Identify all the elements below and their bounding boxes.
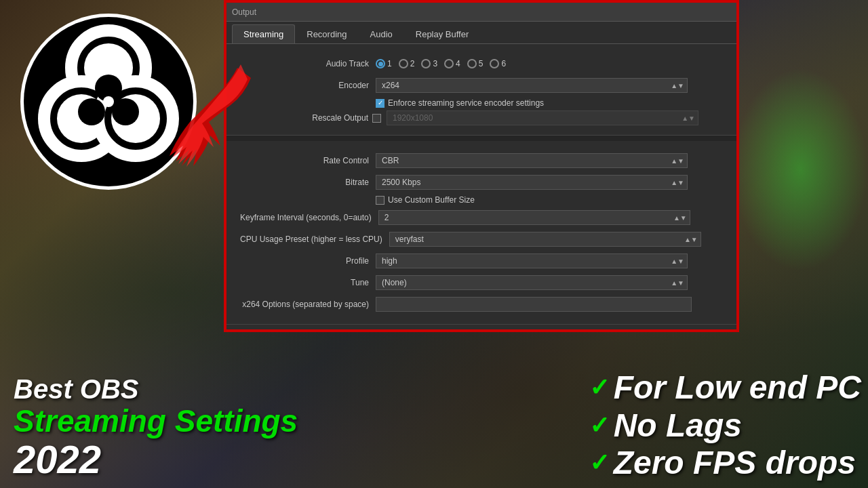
profile-arrow: ▲▼: [671, 258, 684, 265]
x264-options-input[interactable]: [376, 297, 692, 312]
right-text-1: For Low end PC: [614, 369, 861, 406]
tab-audio[interactable]: Audio: [359, 24, 404, 43]
main-title-line2: Streaming Settings: [14, 404, 298, 439]
radio-5-circle[interactable]: [467, 59, 477, 68]
checkmark-row-2: ✓ No Lags: [589, 407, 861, 444]
bitrate-arrow: ▲▼: [671, 179, 684, 186]
bitrate-row: Bitrate 2500 Kbps ▲▼: [240, 174, 723, 191]
audio-track-row: Audio Track 1 2 3: [240, 55, 723, 73]
tune-dropdown[interactable]: (None) ▲▼: [376, 275, 688, 290]
profile-wrapper: high ▲▼: [376, 253, 688, 268]
x264-options-label: x264 Options (separated by space): [240, 300, 376, 309]
keyframe-row: Keyframe Interval (seconds, 0=auto) 2 ▲▼: [240, 209, 723, 226]
radio-2-circle[interactable]: [399, 59, 408, 68]
radio-track-6[interactable]: 6: [490, 59, 506, 68]
profile-label: Profile: [240, 256, 376, 266]
rescale-output-checkbox[interactable]: [372, 114, 381, 123]
cpu-preset-wrapper: veryfast ▲▼: [389, 232, 701, 247]
obs-settings-window: Output Streaming Recording Audio Replay …: [224, 0, 739, 332]
x264-options-row: x264 Options (separated by space): [240, 296, 723, 313]
radio-3-circle[interactable]: [421, 59, 431, 68]
checkmark-1: ✓: [589, 373, 610, 401]
rescale-dropdown-arrow: ▲▼: [682, 115, 695, 122]
bitrate-dropdown[interactable]: 2500 Kbps ▲▼: [376, 175, 688, 190]
encoder-dropdown-arrow: ▲▼: [671, 82, 684, 89]
checkmark-3: ✓: [589, 449, 610, 476]
right-text-2: No Lags: [614, 407, 742, 444]
bottom-right-text: ✓ For Low end PC ✓ No Lags ✓ Zero FPS dr…: [589, 369, 861, 481]
tab-replay-buffer[interactable]: Replay Buffer: [404, 24, 481, 43]
rate-control-wrapper: CBR ▲▼: [376, 153, 688, 168]
settings-tabs: Streaming Recording Audio Replay Buffer: [226, 22, 736, 44]
cpu-preset-label: CPU Usage Preset (higher = less CPU): [240, 235, 389, 244]
keyframe-dropdown[interactable]: 2 ▲▼: [378, 210, 690, 225]
radio-1-circle[interactable]: [376, 59, 385, 68]
settings-content: Audio Track 1 2 3: [226, 44, 736, 329]
checkmark-row-3: ✓ Zero FPS drops: [589, 444, 861, 481]
encoder-dropdown-wrapper: x264 ▲▼: [376, 78, 688, 93]
rescale-output-row: Rescale Output 1920x1080 ▲▼: [240, 110, 723, 125]
cpu-preset-arrow: ▲▼: [684, 236, 698, 243]
keyframe-arrow: ▲▼: [673, 214, 687, 222]
radio-6-circle[interactable]: [490, 59, 499, 68]
encoder-bottom-section: Rate Control CBR ▲▼ Bitrate 2500 Kbps: [226, 141, 736, 325]
profile-row: Profile high ▲▼: [240, 252, 723, 270]
tune-arrow: ▲▼: [671, 279, 684, 287]
cpu-preset-dropdown[interactable]: veryfast ▲▼: [389, 232, 701, 247]
keyframe-wrapper: 2 ▲▼: [378, 210, 690, 225]
keyframe-label: Keyframe Interval (seconds, 0=auto): [240, 213, 378, 222]
rescale-output-dropdown[interactable]: 1920x1080 ▲▼: [387, 110, 698, 125]
enforce-streaming-checkbox[interactable]: [376, 99, 384, 108]
encoder-top-section: Audio Track 1 2 3: [226, 44, 736, 136]
bottom-left-text: Best OBS Streaming Settings 2022: [14, 374, 298, 481]
profile-dropdown[interactable]: high ▲▼: [376, 253, 688, 268]
audio-track-group: 1 2 3 4: [376, 59, 506, 68]
tune-row: Tune (None) ▲▼: [240, 274, 723, 291]
radio-4-circle[interactable]: [444, 59, 454, 68]
bitrate-wrapper: 2500 Kbps ▲▼: [376, 175, 688, 190]
tab-recording[interactable]: Recording: [295, 24, 358, 43]
radio-track-1[interactable]: 1: [376, 59, 392, 68]
svg-point-11: [103, 96, 114, 107]
radio-track-2[interactable]: 2: [399, 59, 415, 68]
right-text-3: Zero FPS drops: [614, 444, 856, 481]
enforce-streaming-row: Enforce streaming service encoder settin…: [376, 98, 723, 108]
enforce-streaming-label: Enforce streaming service encoder settin…: [388, 98, 544, 108]
red-arrow-icon: [136, 41, 271, 176]
radio-track-4[interactable]: 4: [444, 59, 460, 68]
radio-track-5[interactable]: 5: [467, 59, 484, 68]
main-title-line3: 2022: [14, 438, 298, 481]
svg-point-9: [78, 98, 105, 125]
rate-control-dropdown[interactable]: CBR ▲▼: [376, 153, 688, 168]
rate-control-row: Rate Control CBR ▲▼: [240, 152, 723, 169]
encoder-dropdown[interactable]: x264 ▲▼: [376, 78, 688, 93]
bg-green-glow: [732, 68, 868, 271]
checkmark-row-1: ✓ For Low end PC: [589, 369, 861, 406]
window-title: Output: [232, 7, 256, 17]
radio-track-3[interactable]: 3: [421, 59, 437, 68]
rate-control-arrow: ▲▼: [671, 157, 684, 165]
custom-buffer-checkbox[interactable]: [376, 196, 384, 205]
section-divider: [226, 136, 736, 141]
custom-buffer-label: Use Custom Buffer Size: [388, 195, 475, 205]
main-title-line1: Best OBS: [14, 374, 298, 404]
svg-point-10: [112, 98, 139, 125]
window-titlebar: Output: [226, 3, 736, 22]
cpu-preset-row: CPU Usage Preset (higher = less CPU) ver…: [240, 230, 723, 248]
bitrate-label: Bitrate: [240, 178, 376, 187]
checkmark-2: ✓: [589, 411, 610, 439]
rescale-dropdown-wrapper: 1920x1080 ▲▼: [387, 110, 698, 125]
custom-buffer-row: Use Custom Buffer Size: [376, 195, 723, 205]
tune-label: Tune: [240, 278, 376, 287]
encoder-row: Encoder x264 ▲▼: [240, 77, 723, 94]
tune-wrapper: (None) ▲▼: [376, 275, 688, 290]
